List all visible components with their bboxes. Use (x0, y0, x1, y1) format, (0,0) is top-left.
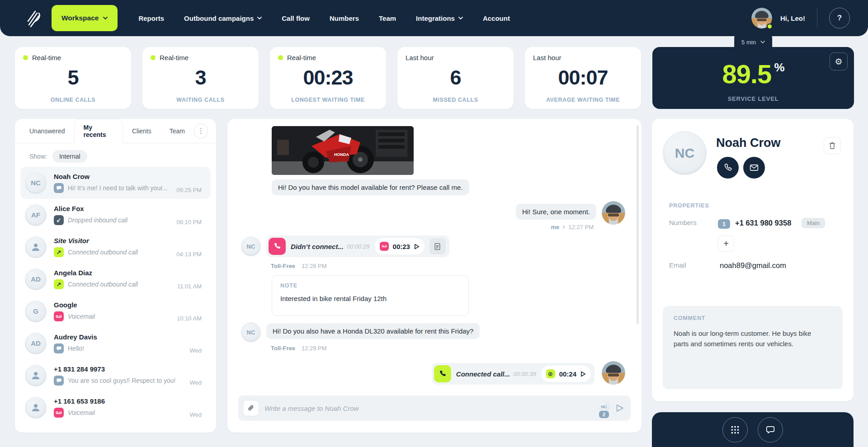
stat-value: 3 (142, 66, 259, 89)
chat-bubble-icon (54, 376, 64, 386)
chat-bubble-icon (54, 343, 64, 353)
note-text: Interested in bike rental Friday 12th (280, 295, 460, 302)
outbound-message-meta: me 12:27 PM (551, 224, 594, 231)
service-period-select[interactable]: 5 min (734, 34, 772, 50)
call-event-missed: Didn’t connect... 00:00:29 00:23 (266, 235, 449, 257)
nav-item-outbound-campaigns[interactable]: Outbound campaigns (184, 14, 262, 22)
stat-value: 5 (15, 66, 131, 89)
message-time: 12:27 PM (568, 224, 594, 231)
voicemail-icon (54, 408, 64, 418)
note-label: NOTE (280, 282, 460, 289)
stat-value: 6 (397, 66, 514, 89)
call-duration: 00:00:39 (513, 371, 536, 377)
stat-value: 00:07 (525, 66, 641, 89)
recording-length: 00:24 (559, 370, 576, 378)
stat-card-waiting-calls: Real-time 3 WAITING CALLS (142, 47, 259, 109)
contact-phone[interactable]: +1 631 980 9358 (735, 219, 791, 227)
service-level-card: 5 min ⚙ 89.5% SERVICE LEVEL (652, 47, 854, 109)
live-dot (151, 55, 156, 60)
tab-my-recents[interactable]: My recents (74, 119, 123, 143)
comment-card[interactable]: COMMENT Noah is our long-term customer. … (663, 306, 843, 389)
line-label: Toll-Free (271, 263, 295, 269)
email-contact-button[interactable] (743, 157, 765, 179)
assignee-indicator[interactable]: NC 2 (598, 401, 610, 418)
contact-avatar: NC (241, 236, 261, 256)
nav-item-call-flow[interactable]: Call flow (282, 14, 310, 22)
conversation-row[interactable]: +1 161 653 9186 Voicemail Wed (20, 391, 211, 423)
stat-card-longest-waiting: Real-time 00:23 LONGEST WAITING TIME (270, 47, 386, 109)
contact-email[interactable]: noah89@gmail.com (720, 261, 786, 270)
stat-card-avg-waiting: Last hour 00:07 AVERAGE WAITING TIME (525, 47, 641, 109)
play-icon[interactable] (414, 244, 420, 249)
nav-item-reports[interactable]: Reports (138, 14, 164, 22)
delete-contact-icon[interactable] (824, 137, 841, 154)
contact-name: Noah Crow (716, 136, 781, 150)
chat-icon[interactable] (758, 417, 783, 442)
live-dot (278, 55, 283, 60)
workspace-button[interactable]: Workspace (52, 5, 118, 31)
help-icon[interactable]: ? (829, 8, 850, 28)
chevron-down-icon (458, 17, 463, 19)
nav-links: Reports Outbound campaigns Call flow Num… (138, 14, 509, 22)
conversation-row[interactable]: AF Alice Fox ↙ Dropped inbound call 08:1… (20, 199, 211, 231)
call-event-connected: Connected call... 00:00:39 00:24 (432, 363, 594, 385)
stat-label: MISSED CALLS (397, 97, 514, 103)
percent-sign: % (774, 61, 784, 74)
conversation-row[interactable]: +1 831 284 9973 You are so cool guys!! R… (20, 359, 211, 391)
person-icon (25, 236, 47, 258)
avatar: NC (25, 172, 47, 194)
play-icon[interactable] (580, 371, 586, 377)
filter-chip-internal[interactable]: Internal (52, 150, 87, 163)
conversation-row[interactable]: AD Audrey Davis Hello! Wed (20, 327, 211, 359)
chevron-down-icon (103, 17, 108, 19)
recording-player[interactable]: 00:23 (375, 238, 425, 254)
outbound-call-icon: ↗ (54, 279, 64, 289)
recording-player[interactable]: 00:24 (541, 366, 591, 382)
logo-icon (25, 8, 43, 28)
conversation-row[interactable]: AD Angela Diaz ↗ Connected outbound call… (20, 263, 211, 295)
motorcycle-image[interactable]: HONDA (272, 126, 414, 175)
person-icon (25, 397, 47, 419)
more-icon[interactable]: ⋮ (194, 123, 208, 139)
nav-item-integrations[interactable]: Integrations (416, 14, 463, 22)
inbound-message-bubble: Hi! Do you have this model available for… (272, 179, 469, 195)
outbound-call-icon: ↗ (54, 247, 64, 257)
properties-label: PROPERTIES (669, 202, 709, 209)
agent-avatar (602, 201, 625, 225)
nav-item-numbers[interactable]: Numbers (330, 14, 359, 22)
add-number-button[interactable]: + (718, 235, 734, 252)
recording-length: 00:23 (393, 243, 410, 250)
app: Workspace Reports Outbound campaigns Cal… (0, 0, 868, 447)
tab-team[interactable]: Team (160, 119, 194, 143)
call-contact-button[interactable] (717, 157, 739, 179)
show-label: Show: (29, 153, 47, 160)
nav-divider (817, 9, 817, 28)
nav-item-account[interactable]: Account (483, 14, 510, 22)
send-icon[interactable] (615, 404, 624, 413)
top-nav: Workspace Reports Outbound campaigns Cal… (0, 0, 868, 36)
phone-icon (434, 365, 451, 382)
phone-icon (269, 238, 286, 255)
message-input[interactable] (264, 405, 593, 412)
service-level-value: 89.5% (652, 59, 854, 89)
stat-card-online-calls: Real-time 5 ONLINE CALLS (15, 47, 131, 109)
conversation-row[interactable]: NC Noah Crow Hi! It’s me! I need to talk… (20, 167, 211, 199)
scrollbar[interactable] (637, 125, 639, 324)
tab-unanswered[interactable]: Unanswered (20, 119, 74, 143)
phone-tag: Main (802, 218, 825, 228)
online-status-dot (767, 24, 773, 29)
user-avatar[interactable] (751, 8, 772, 28)
conversation-row[interactable]: Site Visitor ↗ Connected outbound call 0… (20, 231, 211, 263)
paperclip-icon[interactable] (243, 400, 259, 416)
chat-panel: HONDA Hi! Do you have this model availab… (227, 119, 642, 433)
tab-clients[interactable]: Clients (123, 119, 160, 143)
outbound-message-bubble: Hi! Sure, one moment. (516, 204, 596, 220)
user-greeting: Hi, Leo! (780, 14, 805, 22)
message-meta: Toll-Free 12:29 PM (271, 345, 327, 352)
nav-item-team[interactable]: Team (379, 14, 396, 22)
message-composer: NC 2 (238, 395, 631, 421)
dialpad-icon[interactable] (722, 417, 748, 442)
transcript-icon[interactable] (429, 238, 446, 254)
conversation-row[interactable]: G Google Voicemail 10:10 AM (20, 295, 211, 327)
contact-panel: NC Noah Crow PROPERTIES Numbers 1 +1 631… (652, 119, 854, 401)
